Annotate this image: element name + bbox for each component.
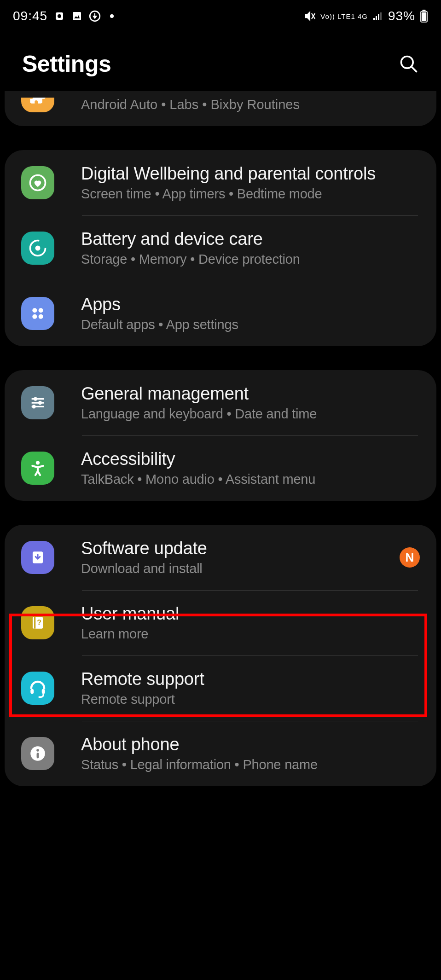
- settings-header: Settings: [0, 32, 441, 91]
- settings-item-subtitle: Remote support: [81, 692, 420, 707]
- apps-grid-icon: [21, 297, 54, 330]
- svg-rect-30: [34, 617, 35, 628]
- status-right: Vo)) LTE1 4G 93%: [304, 9, 428, 23]
- svg-point-26: [32, 405, 36, 408]
- svg-rect-7: [378, 14, 379, 20]
- svg-rect-6: [376, 16, 377, 20]
- settings-group: Software update Download and install N ?…: [5, 525, 436, 786]
- software-update-icon: [21, 541, 54, 574]
- svg-point-19: [32, 314, 37, 319]
- settings-scroll-content[interactable]: Android Auto • Labs • Bixby Routines Dig…: [0, 91, 441, 786]
- status-network-label: Vo)) LTE1 4G: [320, 13, 368, 20]
- page-title: Settings: [22, 51, 111, 77]
- status-battery-icon: [420, 10, 428, 23]
- puzzle-icon: [21, 91, 54, 112]
- settings-item-subtitle: Default apps • App settings: [81, 317, 420, 332]
- status-update-icon: [89, 10, 101, 22]
- svg-rect-5: [373, 18, 375, 20]
- settings-item-title: User manual: [81, 604, 420, 624]
- settings-item-subtitle: Download and install: [81, 561, 393, 576]
- status-more-dot: [110, 14, 114, 18]
- settings-item-about-phone[interactable]: About phone Status • Legal information •…: [5, 721, 436, 786]
- notification-badge: N: [400, 547, 420, 568]
- settings-item-title: Apps: [81, 295, 420, 314]
- status-mute-icon: [304, 10, 316, 22]
- search-button[interactable]: [399, 54, 419, 74]
- settings-item-title: About phone: [81, 735, 420, 754]
- svg-point-17: [32, 308, 37, 313]
- settings-item-subtitle: TalkBack • Mono audio • Assistant menu: [81, 472, 420, 487]
- status-app-icon-1: [54, 11, 65, 22]
- settings-item-title: Remote support: [81, 669, 420, 689]
- svg-rect-36: [37, 753, 39, 758]
- settings-item-title: General management: [81, 384, 420, 404]
- settings-item-title: Digital Wellbeing and parental controls: [81, 164, 420, 184]
- svg-point-24: [38, 401, 42, 405]
- settings-item-general-management[interactable]: General management Language and keyboard…: [5, 370, 436, 435]
- svg-point-22: [34, 397, 37, 401]
- status-left: 09:45: [13, 9, 114, 23]
- status-time: 09:45: [13, 9, 47, 23]
- settings-item-user-manual[interactable]: ? User manual Learn more: [5, 590, 436, 655]
- settings-item-subtitle: Storage • Memory • Device protection: [81, 252, 420, 267]
- svg-line-13: [412, 67, 416, 71]
- svg-point-20: [39, 314, 43, 319]
- accessibility-person-icon: [21, 452, 54, 485]
- settings-item-accessibility[interactable]: Accessibility TalkBack • Mono audio • As…: [5, 435, 436, 501]
- headset-icon: [21, 672, 54, 705]
- status-picture-icon: [71, 11, 82, 22]
- settings-item-subtitle: Learn more: [81, 626, 420, 642]
- svg-point-35: [36, 749, 39, 752]
- settings-item-subtitle: Screen time • App timers • Bedtime mode: [81, 186, 420, 202]
- svg-rect-11: [422, 12, 427, 21]
- settings-item-apps[interactable]: Apps Default apps • App settings: [5, 281, 436, 346]
- settings-item-title: Software update: [81, 539, 393, 558]
- svg-point-18: [39, 308, 43, 313]
- status-battery-percent: 93%: [388, 9, 415, 23]
- svg-text:?: ?: [37, 619, 41, 626]
- settings-item-remote-support[interactable]: Remote support Remote support: [5, 655, 436, 721]
- settings-item-subtitle: Language and keyboard • Date and time: [81, 406, 420, 422]
- settings-item-subtitle: Android Auto • Labs • Bixby Routines: [81, 93, 300, 112]
- status-bar: 09:45 Vo)) LTE1 4G 93%: [0, 0, 441, 32]
- refresh-circle-icon: [21, 232, 54, 265]
- svg-point-16: [35, 246, 41, 251]
- settings-item-title: Battery and device care: [81, 229, 420, 249]
- sliders-icon: [21, 386, 54, 419]
- settings-item-software-update[interactable]: Software update Download and install N: [5, 525, 436, 590]
- info-icon: [21, 737, 54, 770]
- settings-item-digital-wellbeing[interactable]: Digital Wellbeing and parental controls …: [5, 150, 436, 215]
- manual-book-icon: ?: [21, 606, 54, 639]
- settings-item-subtitle: Status • Legal information • Phone name: [81, 757, 420, 772]
- settings-group: Digital Wellbeing and parental controls …: [5, 150, 436, 346]
- svg-point-27: [36, 461, 40, 464]
- settings-group: Android Auto • Labs • Bixby Routines: [5, 91, 436, 126]
- settings-item-title: Accessibility: [81, 449, 420, 469]
- svg-rect-2: [73, 12, 81, 20]
- svg-rect-32: [30, 689, 34, 694]
- status-signal-icon: [372, 11, 383, 22]
- heart-circle-icon: [21, 166, 54, 199]
- settings-item-battery-device-care[interactable]: Battery and device care Storage • Memory…: [5, 215, 436, 281]
- svg-point-1: [58, 14, 61, 18]
- settings-item-advanced-features[interactable]: Android Auto • Labs • Bixby Routines: [5, 91, 436, 126]
- settings-group: General management Language and keyboard…: [5, 370, 436, 501]
- search-icon: [399, 54, 419, 74]
- svg-rect-33: [42, 689, 45, 694]
- svg-rect-8: [380, 12, 382, 20]
